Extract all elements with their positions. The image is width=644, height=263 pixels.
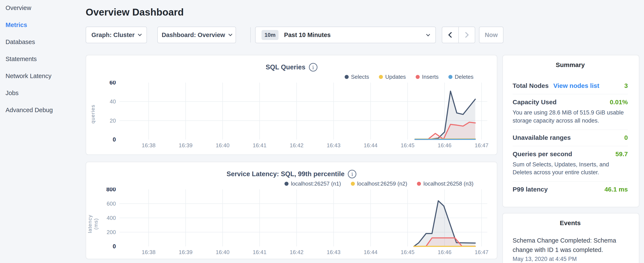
sidebar-item-network-latency[interactable]: Network Latency	[6, 71, 85, 81]
summary-row-capacity-used: Capacity Used 0.01% You are using 28.6 M…	[512, 94, 628, 130]
chevron-down-icon	[228, 32, 232, 36]
graph-dropdown-label: Graph: Cluster	[92, 32, 134, 39]
svg-text:16:41: 16:41	[252, 142, 266, 149]
svg-text:16:47: 16:47	[474, 142, 488, 149]
summary-row-unavailable-ranges: Unavailable ranges 0	[512, 130, 628, 146]
chart-svg: 16:3816:3916:4016:4116:4216:4316:4416:45…	[86, 188, 498, 258]
legend-dot	[345, 75, 349, 79]
summary-label: Unavailable ranges	[512, 134, 571, 141]
svg-text:400: 400	[107, 215, 116, 221]
service-latency-chart-card: Service Latency: SQL, 99th percentile i …	[86, 162, 497, 259]
events-title: Events	[512, 219, 628, 227]
legend-item: localhost:26258 (n3)	[417, 180, 474, 187]
legend-dot	[417, 182, 421, 186]
svg-text:16:43: 16:43	[326, 249, 340, 255]
event-timestamp: May 13, 2020 at 4:45 PM	[512, 256, 628, 262]
summary-row-total-nodes: Total Nodes View nodes list 3	[512, 78, 628, 94]
summary-description: Sum of Selects, Updates, Inserts, and De…	[512, 161, 628, 177]
time-range-label: Past 10 Minutes	[284, 32, 330, 39]
svg-text:60: 60	[110, 81, 116, 86]
svg-text:16:38: 16:38	[142, 142, 156, 149]
summary-value: 59.7	[616, 150, 628, 158]
summary-label: Queries per second	[512, 150, 572, 158]
svg-text:16:43: 16:43	[326, 142, 340, 149]
svg-text:16:38: 16:38	[142, 249, 156, 255]
summary-row-p99-latency: P99 latency 46.1 ms	[512, 181, 628, 198]
svg-text:16:46: 16:46	[438, 142, 451, 149]
legend-item: localhost:26257 (n1)	[284, 180, 341, 187]
summary-label: P99 latency	[512, 186, 548, 193]
legend-dot	[448, 75, 452, 79]
info-icon[interactable]: i	[348, 170, 356, 178]
legend-item: Inserts	[416, 74, 438, 80]
chart-title: Service Latency: SQL, 99th percentile	[227, 170, 345, 178]
svg-text:40: 40	[110, 98, 116, 105]
view-nodes-list-link[interactable]: View nodes list	[553, 82, 599, 89]
sql-queries-chart-card: SQL Queries i SelectsUpdatesInsertsDelet…	[86, 55, 497, 155]
svg-text:16:45: 16:45	[400, 249, 414, 255]
svg-text:0: 0	[113, 136, 116, 143]
time-range-dropdown[interactable]: 10m Past 10 Minutes	[255, 27, 436, 43]
svg-text:0: 0	[113, 243, 116, 249]
info-icon[interactable]: i	[309, 63, 318, 72]
time-forward-button[interactable]	[458, 27, 475, 43]
app-root: Overview Metrics Databases Statements Ne…	[0, 0, 644, 263]
summary-value: 3	[624, 82, 628, 89]
svg-text:16:40: 16:40	[216, 142, 230, 149]
svg-text:20: 20	[110, 117, 116, 124]
summary-panel: Summary Total Nodes View nodes list 3 Ca…	[502, 55, 639, 207]
legend-dot	[379, 75, 383, 79]
svg-text:200: 200	[107, 229, 116, 235]
summary-description: You are using 28.6 MiB of 515.9 GiB usab…	[512, 109, 628, 125]
sidebar-item-statements[interactable]: Statements	[6, 54, 85, 64]
chevron-down-icon	[426, 32, 430, 36]
chart-title: SQL Queries	[266, 63, 305, 71]
svg-text:16:39: 16:39	[178, 142, 192, 149]
summary-label: Total Nodes	[512, 82, 548, 89]
chart-legend: SelectsUpdatesInsertsDeletes	[345, 74, 474, 80]
svg-text:800: 800	[106, 188, 116, 193]
summary-title: Summary	[512, 61, 628, 69]
legend-dot	[416, 75, 420, 79]
now-button[interactable]: Now	[479, 27, 504, 43]
summary-value: 0.01%	[610, 99, 628, 106]
chevron-left-icon	[448, 32, 454, 38]
svg-text:16:42: 16:42	[290, 142, 304, 149]
sidebar-item-databases[interactable]: Databases	[6, 37, 85, 47]
chart-svg: 16:3816:3916:4016:4116:4216:4316:4416:45…	[86, 81, 498, 151]
svg-text:16:40: 16:40	[216, 249, 230, 255]
chevron-right-icon	[463, 32, 469, 38]
svg-text:16:42: 16:42	[290, 249, 304, 255]
legend-item: Updates	[379, 74, 406, 80]
svg-text:16:39: 16:39	[178, 249, 192, 255]
legend-dot	[351, 182, 355, 186]
sidebar-item-jobs[interactable]: Jobs	[6, 88, 85, 98]
sidebar-item-metrics[interactable]: Metrics	[6, 20, 85, 30]
svg-text:16:47: 16:47	[474, 249, 488, 255]
dashboard-dropdown-label: Dashboard: Overview	[162, 32, 225, 39]
legend-item: Deletes	[448, 74, 474, 80]
svg-text:16:44: 16:44	[364, 249, 378, 255]
event-item[interactable]: Schema Change Completed: Schema change w…	[512, 236, 628, 262]
toolbar-divider	[250, 27, 251, 43]
events-panel: Events Schema Change Completed: Schema c…	[502, 213, 639, 263]
graph-dropdown[interactable]: Graph: Cluster	[86, 27, 147, 43]
dashboard-dropdown[interactable]: Dashboard: Overview	[157, 27, 236, 43]
summary-value: 46.1 ms	[604, 186, 628, 193]
time-pager	[442, 27, 475, 43]
time-back-button[interactable]	[442, 27, 458, 43]
svg-text:16:45: 16:45	[400, 142, 414, 149]
sidebar-item-overview[interactable]: Overview	[6, 3, 85, 13]
event-text: Schema Change Completed: Schema change w…	[512, 236, 628, 254]
svg-text:600: 600	[107, 200, 116, 207]
legend-dot	[284, 182, 288, 186]
legend-item: localhost:26259 (n2)	[351, 180, 407, 187]
sql-queries-plot[interactable]: 16:3816:3916:4016:4116:4216:4316:4416:45…	[86, 81, 498, 151]
time-range-badge: 10m	[262, 30, 278, 40]
sidebar-item-advanced-debug[interactable]: Advanced Debug	[6, 105, 85, 115]
svg-text:16:46: 16:46	[438, 249, 451, 255]
summary-value: 0	[624, 134, 628, 141]
now-button-label: Now	[485, 32, 498, 39]
sidebar: Overview Metrics Databases Statements Ne…	[0, 0, 85, 263]
service-latency-plot[interactable]: 16:3816:3916:4016:4116:4216:4316:4416:45…	[86, 188, 498, 258]
